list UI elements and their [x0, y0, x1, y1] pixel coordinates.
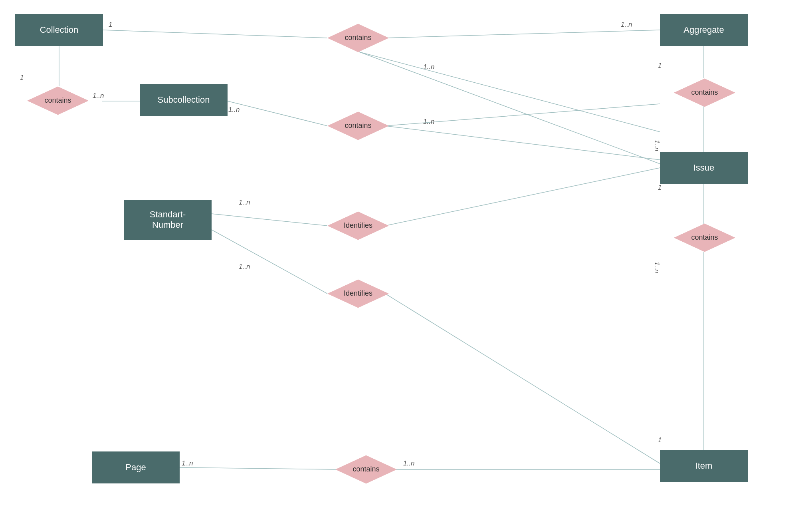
entity-page: Page	[92, 451, 180, 483]
diamond-contains-left: contains	[27, 86, 89, 116]
svg-line-6	[228, 101, 327, 126]
connection-lines	[0, 0, 812, 513]
card-15: 1..n	[182, 459, 193, 467]
diamond-contains-page: contains	[335, 455, 397, 485]
card-8: 1	[658, 62, 661, 70]
card-12: 1..n	[239, 263, 250, 271]
diamond-contains-mid: contains	[327, 111, 389, 141]
card-13: 1..n	[653, 262, 661, 273]
er-diagram: Collection Aggregate Subcollection Issue…	[0, 0, 812, 513]
card-2: 1..n	[621, 21, 632, 29]
diamond-identifies-top: Identifies	[327, 211, 389, 241]
entity-aggregate: Aggregate	[660, 14, 748, 46]
card-3: 1	[20, 74, 24, 82]
card-9: 1..n	[653, 140, 661, 151]
svg-line-12	[385, 168, 660, 226]
entity-standart-number: Standart- Number	[124, 200, 212, 240]
entity-item: Item	[660, 450, 748, 482]
card-10: 1	[658, 184, 661, 192]
card-14: 1	[658, 436, 661, 444]
svg-text:contains: contains	[691, 88, 718, 96]
svg-line-17	[180, 467, 339, 469]
svg-text:contains: contains	[691, 233, 718, 241]
svg-text:Identifies: Identifies	[344, 289, 372, 297]
svg-line-2	[359, 52, 660, 164]
svg-line-1	[385, 30, 660, 38]
diamond-contains-top: contains	[327, 23, 389, 53]
svg-line-14	[385, 294, 660, 463]
svg-text:contains: contains	[353, 465, 379, 473]
entity-issue: Issue	[660, 152, 748, 184]
card-6: 1..n	[423, 63, 434, 71]
svg-line-8	[385, 126, 660, 160]
svg-line-0	[103, 30, 327, 38]
svg-text:Identifies: Identifies	[344, 221, 372, 229]
card-1: 1	[109, 21, 112, 29]
svg-text:contains: contains	[44, 96, 71, 104]
card-4: 1..n	[93, 92, 104, 100]
diamond-contains-issue: contains	[674, 223, 736, 253]
diamond-identifies-bottom: Identifies	[327, 279, 389, 309]
svg-line-3	[359, 52, 660, 132]
svg-text:contains: contains	[345, 121, 371, 129]
svg-line-13	[212, 230, 327, 294]
svg-text:contains: contains	[345, 34, 371, 42]
card-11: 1..n	[239, 199, 250, 207]
entity-subcollection: Subcollection	[140, 84, 228, 116]
diamond-contains-aggregate: contains	[674, 78, 736, 108]
card-7: 1..n	[423, 118, 434, 126]
card-5: 1..n	[228, 106, 240, 114]
card-16: 1..n	[403, 459, 414, 467]
entity-collection: Collection	[15, 14, 103, 46]
svg-line-11	[212, 214, 327, 226]
